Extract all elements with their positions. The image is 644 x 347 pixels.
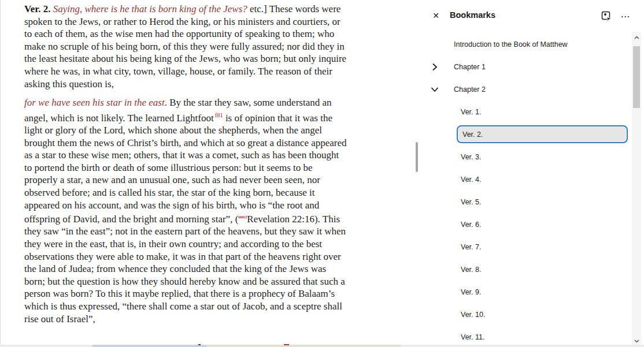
commentary-text: is of opinion that it was the light or g…: [24, 112, 347, 224]
bookmark-item-label: Ver. 11.: [461, 333, 484, 341]
bookmark-item[interactable]: Ver. 5.: [418, 191, 633, 213]
panel-title: Bookmarks: [450, 10, 495, 20]
bookmark-item[interactable]: Ver. 8.: [418, 258, 633, 281]
bookmark-item-label: Introduction to the Book of Matthew: [454, 40, 568, 48]
bookmark-item-label: Ver. 8.: [461, 266, 481, 274]
bookmark-item-label: Ver. 9.: [461, 288, 481, 296]
bookmark-item[interactable]: Chapter 1: [418, 55, 633, 78]
bookmark-item[interactable]: Ver. 6.: [418, 213, 633, 236]
close-icon[interactable]: ✕: [430, 9, 442, 22]
bookmark-item[interactable]: Introduction to the Book of Matthew: [418, 33, 633, 55]
app-window: Ver. 2. Saying, where is he that is born…: [0, 0, 644, 347]
scroll-up-icon[interactable]: [632, 33, 641, 42]
bookmark-item[interactable]: Ver. 3.: [418, 145, 633, 168]
verse-quote: Saying, where is he that is born king of…: [53, 3, 247, 14]
bookmark-item-label: Ver. 2.: [462, 130, 483, 139]
document-pane: Ver. 2. Saying, where is he that is born…: [0, 0, 404, 347]
bookmark-item-label: Ver. 7.: [461, 243, 481, 251]
bookmark-item[interactable]: Ver. 7.: [418, 236, 633, 258]
bookmarks-scrollbar[interactable]: [632, 32, 641, 347]
clipped-footnote-mark: [284, 344, 289, 345]
paragraph-verse-2: Ver. 2. Saying, where is he that is born…: [24, 3, 347, 90]
bookmark-item[interactable]: Ver. 11.: [418, 326, 633, 347]
bookmark-item[interactable]: Ver. 10.: [418, 303, 633, 326]
bookmark-item[interactable]: Ver. 9.: [418, 281, 633, 303]
bottom-edge-strip: [0, 345, 644, 347]
bookmark-item-label: Chapter 2: [454, 85, 486, 94]
scripture-reference-marker[interactable]: 66022: [238, 215, 247, 219]
commentary-text: etc.] These words were spoken to the Jew…: [24, 3, 346, 89]
bookmark-item[interactable]: Ver. 4.: [418, 168, 633, 191]
more-options-icon[interactable]: ⋯: [619, 9, 632, 23]
paragraph-star-in-east: for we have seen his star in the east. B…: [24, 96, 347, 325]
horizontal-scrollbar-thumb[interactable]: [92, 345, 206, 347]
bookmark-item-label: Chapter 1: [454, 63, 486, 71]
verse-number: Ver. 2.: [24, 3, 53, 14]
clipped-glyph-mark: [198, 344, 201, 345]
bookmark-item-label: Ver. 5.: [461, 198, 481, 206]
bookmarks-header: ✕ Bookmarks ⋯: [418, 0, 644, 32]
bookmark-item[interactable]: Chapter 2: [418, 78, 633, 100]
bookmarks-scrollbar-thumb[interactable]: [633, 46, 640, 108]
chevron-right-icon[interactable]: [431, 63, 439, 71]
bookmark-item[interactable]: Ver. 2.: [418, 123, 633, 145]
scroll-down-icon[interactable]: [632, 337, 641, 345]
bookmark-item-label: Ver. 4.: [461, 176, 481, 184]
selected-bookmark-box[interactable]: Ver. 2.: [457, 125, 628, 143]
bookmark-item-label: Ver. 1.: [461, 108, 481, 116]
document-text: Ver. 2. Saying, where is he that is born…: [24, 3, 347, 325]
bookmark-item[interactable]: Ver. 1.: [418, 100, 633, 123]
add-bookmark-icon[interactable]: [599, 9, 613, 23]
verse-quote: for we have seen his star in the east: [24, 97, 165, 108]
bookmarks-list: Introduction to the Book of MatthewChapt…: [418, 33, 633, 347]
bookmarks-panel: ✕ Bookmarks ⋯ Introduction to the Book o…: [418, 0, 644, 347]
commentary-text: Revelation 22:16). This they saw “in the…: [24, 214, 346, 324]
chevron-down-icon[interactable]: [431, 85, 439, 94]
footnote-reference[interactable]: f81: [215, 112, 223, 118]
bookmark-item-label: Ver. 3.: [461, 153, 481, 161]
bookmark-item-label: Ver. 6.: [461, 221, 481, 229]
bookmark-item-label: Ver. 10.: [461, 311, 485, 319]
